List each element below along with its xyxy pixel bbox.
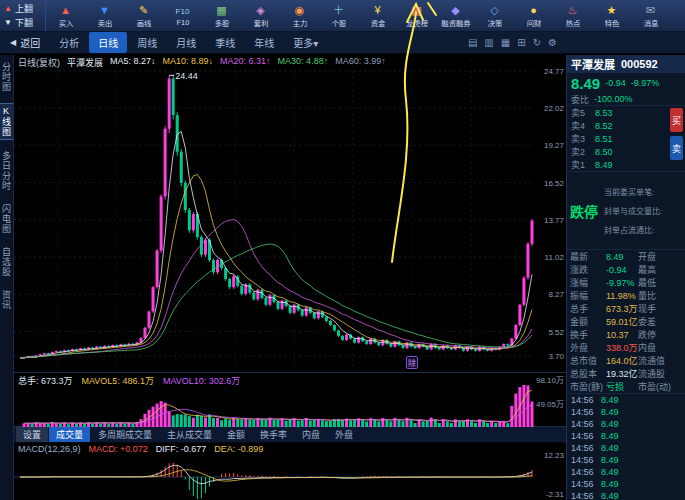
header-value: MA20: 6.31↑ <box>220 56 271 69</box>
view-icons: ▤▥▦⊞↻⚙ <box>468 37 557 48</box>
weibi-value: -100.00% <box>594 94 633 104</box>
period-tab[interactable]: 日线 <box>89 32 127 53</box>
price-axis-label: 3.70 <box>548 352 564 361</box>
toolbar-item[interactable]: ✎画线 <box>124 0 163 31</box>
tool-icon: ▩ <box>411 4 421 17</box>
toolbar-item[interactable]: ◈套利 <box>241 0 280 31</box>
trade-list[interactable]: 14:568.4914:568.4914:568.4914:568.4914:5… <box>567 394 685 500</box>
toolbar-item[interactable]: F10F10 <box>163 0 202 31</box>
back-button[interactable]: ◀返回 <box>2 33 48 52</box>
indicator-tab[interactable]: 换手率 <box>253 427 294 442</box>
toolbar-item[interactable]: ♨热点 <box>553 0 592 31</box>
trade-time: 14:56 <box>571 431 601 441</box>
period-tab[interactable]: 周线 <box>128 32 166 53</box>
sell-button[interactable]: 卖 <box>670 136 683 160</box>
toolbar-item[interactable]: ▲买入 <box>46 0 85 31</box>
view-icon[interactable]: ↻ <box>533 37 541 48</box>
stat-row: 涨幅-9.97%最低 <box>567 276 685 289</box>
period-tab[interactable]: 月线 <box>167 32 205 53</box>
price-axis-label: 8.27 <box>548 290 564 299</box>
view-icon[interactable]: ⊞ <box>517 37 525 48</box>
indicator-tab[interactable]: 设置 <box>16 427 48 442</box>
toolbar-item[interactable]: ＋个股 <box>319 0 358 31</box>
toolbar-item[interactable]: ¥资金 <box>358 0 397 31</box>
tool-icon: ● <box>530 4 537 17</box>
period-tab[interactable]: 季线 <box>206 32 244 53</box>
rail-item[interactable]: 多日分时 <box>0 149 13 193</box>
page-flip: ▲上翻 ▼下翻 <box>0 0 46 31</box>
indicator-tab[interactable]: 成交量 <box>49 427 90 442</box>
toolbar-item[interactable]: ▼卖出 <box>85 0 124 31</box>
period-tab[interactable]: 分析 <box>50 32 88 53</box>
stat-value: -0.94 <box>606 265 638 275</box>
trade-price: 8.49 <box>601 443 667 453</box>
stat-label-2: 流通值 <box>638 354 672 367</box>
tool-label: 卖出 <box>97 17 112 27</box>
toolbar-item[interactable]: ●问财 <box>514 0 553 31</box>
candlestick-pane[interactable]: 日线(复权)平潭发展MA5: 8.27↓MA10: 8.89↓MA20: 6.3… <box>14 55 566 373</box>
trade-row: 14:568.49 <box>567 406 685 418</box>
tool-icon: ◈ <box>256 4 264 17</box>
indicator-tab[interactable]: 主从成交量 <box>160 427 219 442</box>
indicator-tab[interactable]: 多周期成交量 <box>91 427 159 442</box>
toolbar-item[interactable]: ◇决策 <box>475 0 514 31</box>
tool-icon: ♨ <box>568 4 578 17</box>
price-change: -0.94 <box>605 78 626 88</box>
toolbar-item[interactable]: ▦多股 <box>202 0 241 31</box>
volume-pane[interactable]: 总手: 673.3万MAVOL5: 486.1万MAVOL10: 302.6万 … <box>14 373 566 427</box>
view-icon[interactable]: ▤ <box>468 37 477 48</box>
price-axis-label: 5.52 <box>548 328 564 337</box>
trade-price: 8.49 <box>601 431 667 441</box>
toolbar-item[interactable]: ◉主力 <box>280 0 319 31</box>
trade-row: 14:568.49 <box>567 454 685 466</box>
rail-item[interactable]: 闪电图 <box>0 202 13 236</box>
stat-label: 换手 <box>570 328 606 341</box>
stats-grid: 最新8.49开盘涨跌-0.94最高涨幅-9.97%最低振幅11.98%量比总手6… <box>567 250 685 394</box>
view-icon[interactable]: ▥ <box>484 37 493 48</box>
tool-label: 消息 <box>643 17 658 27</box>
macd-pane[interactable]: MACD(12,26,9)MACD: +0.072DIFF: -0.677DEA… <box>14 443 566 500</box>
ask-label: 卖3 <box>571 132 589 145</box>
ask-label: 卖1 <box>571 158 589 171</box>
price-axis-label: 22.02 <box>544 104 564 113</box>
toolbar-item[interactable]: ✉消息 <box>631 0 670 31</box>
toolbar-item[interactable]: ▩龙虎榜 <box>397 0 436 31</box>
last-price: 8.49 <box>571 75 600 92</box>
tool-icon: ＋ <box>333 4 344 17</box>
indicator-tab[interactable]: 外盘 <box>328 427 360 442</box>
buy-button[interactable]: 买 <box>670 108 683 132</box>
indicator-tab[interactable]: 内盘 <box>295 427 327 442</box>
tool-label: 资金 <box>370 17 385 27</box>
limit-info-line: 当前委买单笔: <box>604 186 662 197</box>
limit-info-line: 封单占流通比: <box>604 224 662 235</box>
stat-row: 市盈(静)亏损市盈(动) <box>567 380 685 393</box>
rail-item[interactable]: 资讯 <box>0 288 13 312</box>
price-row: 8.49 -0.94 -9.97% <box>567 73 685 93</box>
page-down-label: 下翻 <box>15 16 33 29</box>
view-icon[interactable]: ▦ <box>501 37 510 48</box>
period-tab[interactable]: 年线 <box>245 32 283 53</box>
page-up-button[interactable]: ▲上翻 <box>4 2 45 15</box>
stock-title[interactable]: 平潭发展 000592 <box>567 55 685 73</box>
rail-item[interactable]: 分时图 <box>0 60 13 94</box>
indicator-tab[interactable]: 金额 <box>220 427 252 442</box>
view-icon[interactable]: ⚙ <box>548 37 557 48</box>
quote-panel: 平潭发展 000592 8.49 -0.94 -9.97% 委比 -100.00… <box>566 55 685 500</box>
stat-row: 总手673.3万现手 <box>567 302 685 315</box>
period-tab[interactable]: 更多▾ <box>284 32 327 53</box>
content: 分时图K线图多日分时闪电图自选股资讯 日线(复权)平潭发展MA5: 8.27↓M… <box>0 55 685 500</box>
toolbar-item[interactable]: ★特色 <box>592 0 631 31</box>
rail-item[interactable]: K线图 <box>0 103 14 140</box>
trade-price: 8.49 <box>601 455 667 465</box>
stat-label-2: 量比 <box>638 289 672 302</box>
tool-label: 特色 <box>604 17 619 27</box>
toolbar-item[interactable]: ◆融资融券 <box>436 0 475 31</box>
stat-label-2: 现手 <box>638 302 672 315</box>
rail-item[interactable]: 自选股 <box>0 245 13 279</box>
ask-row: 卖28.50 <box>567 145 685 158</box>
ask-label: 卖2 <box>571 145 589 158</box>
stat-value: 10.37 <box>606 330 638 340</box>
stat-row: 最新8.49开盘 <box>567 250 685 263</box>
header-value: MACD(12,26,9) <box>18 444 81 454</box>
page-down-button[interactable]: ▼下翻 <box>4 16 45 29</box>
